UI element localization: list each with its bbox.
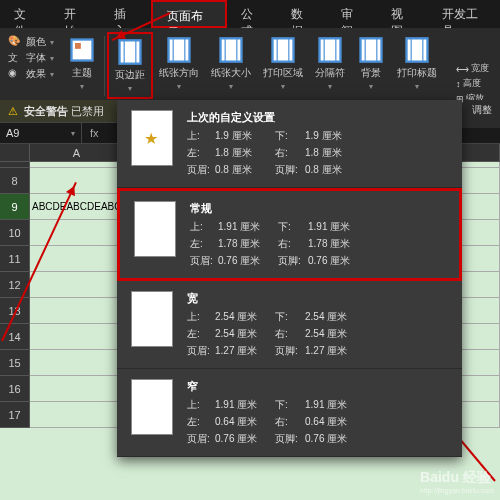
ribbon-body: 🎨颜色▾ 文字体▾ ◉效果▾ 主题▾ 页边距▾纸张方向▾纸张大小▾打印区域▾分隔…: [0, 28, 500, 100]
margin-preview-icon: [131, 110, 173, 166]
security-label: 安全警告: [24, 104, 68, 119]
svg-rect-9: [221, 38, 242, 61]
row-header[interactable]: 15: [0, 350, 30, 376]
tab-视图[interactable]: 视图: [377, 0, 427, 28]
margin-preset[interactable]: 上次的自定义设置上:1.9 厘米下:1.9 厘米左:1.8 厘米右:1.8 厘米…: [117, 100, 462, 188]
margin-preset[interactable]: 窄上:1.91 厘米下:1.91 厘米左:0.64 厘米右:0.64 厘米页眉:…: [117, 369, 462, 457]
font-label[interactable]: 字体: [26, 51, 46, 65]
height-label[interactable]: 高度: [463, 77, 481, 90]
cell[interactable]: [30, 220, 124, 246]
背景-icon: [357, 36, 385, 64]
theme-group: 🎨颜色▾ 文字体▾ ◉效果▾: [0, 32, 62, 84]
背景-button[interactable]: 背景▾: [351, 32, 391, 99]
tab-公式[interactable]: 公式: [227, 0, 277, 28]
cell[interactable]: ABCDEABCDEABCDE: [30, 194, 124, 220]
effect-label[interactable]: 效果: [26, 67, 46, 81]
tab-文件[interactable]: 文件: [0, 0, 50, 28]
column-header[interactable]: A: [30, 144, 124, 162]
theme-button[interactable]: 主题▾: [62, 32, 102, 95]
cell[interactable]: [30, 376, 124, 402]
theme-icon: [68, 36, 96, 64]
打印区域-icon: [269, 36, 297, 64]
打印标题-icon: [403, 36, 431, 64]
row-header[interactable]: 17: [0, 402, 30, 428]
svg-rect-21: [407, 38, 428, 61]
fx-icon[interactable]: fx: [82, 127, 107, 139]
row-header[interactable]: 9: [0, 194, 30, 220]
打印标题-button[interactable]: 打印标题▾: [391, 32, 443, 99]
svg-rect-3: [120, 40, 141, 63]
tab-开发工具[interactable]: 开发工具: [428, 0, 500, 28]
纸张方向-icon: [165, 36, 193, 64]
watermark: Baidu 经验 http://jingyan.baidu.com: [420, 469, 494, 494]
tab-页面布局[interactable]: 页面布局: [151, 0, 227, 28]
cell[interactable]: [30, 350, 124, 376]
security-status: 已禁用: [71, 104, 104, 119]
cell[interactable]: [30, 272, 124, 298]
cell[interactable]: [30, 402, 124, 428]
color-label[interactable]: 颜色: [26, 35, 46, 49]
svg-rect-18: [361, 38, 382, 61]
theme-label: 主题: [72, 66, 92, 80]
margins-dropdown: 上次的自定义设置上:1.9 厘米下:1.9 厘米左:1.8 厘米右:1.8 厘米…: [117, 100, 462, 457]
row-header[interactable]: 11: [0, 246, 30, 272]
cell[interactable]: [30, 298, 124, 324]
margin-preview-icon: [134, 201, 176, 257]
svg-rect-12: [273, 38, 294, 61]
纸张大小-button[interactable]: 纸张大小▾: [205, 32, 257, 99]
cell[interactable]: [30, 324, 124, 350]
svg-rect-15: [320, 38, 341, 61]
svg-rect-2: [75, 43, 81, 49]
warning-icon: ⚠: [8, 105, 18, 118]
页边距-icon: [116, 38, 144, 66]
row-header[interactable]: 12: [0, 272, 30, 298]
打印区域-button[interactable]: 打印区域▾: [257, 32, 309, 99]
row-header[interactable]: 8: [0, 168, 30, 194]
row-header[interactable]: 10: [0, 220, 30, 246]
分隔符-icon: [316, 36, 344, 64]
row-header[interactable]: 16: [0, 376, 30, 402]
effect-icon: ◉: [8, 67, 22, 81]
margin-preset[interactable]: 宽上:2.54 厘米下:2.54 厘米左:2.54 厘米右:2.54 厘米页眉:…: [117, 281, 462, 369]
palette-icon: 🎨: [8, 35, 22, 49]
select-all-corner[interactable]: [0, 144, 30, 162]
纸张大小-icon: [217, 36, 245, 64]
margin-preset[interactable]: 常规上:1.91 厘米下:1.91 厘米左:1.78 厘米右:1.78 厘米页眉…: [117, 188, 462, 281]
分隔符-button[interactable]: 分隔符▾: [309, 32, 351, 99]
name-box[interactable]: A9▾: [0, 123, 82, 143]
font-icon: 文: [8, 51, 22, 65]
ribbon-tabs: 文件开始插入页面布局公式数据审阅视图开发工具: [0, 0, 500, 28]
纸张方向-button[interactable]: 纸张方向▾: [153, 32, 205, 99]
svg-rect-6: [169, 38, 190, 61]
adjust-label: 调整: [464, 100, 500, 120]
margin-preview-icon: [131, 291, 173, 347]
tab-数据[interactable]: 数据: [277, 0, 327, 28]
width-label[interactable]: 宽度: [471, 62, 489, 75]
margin-preview-icon: [131, 379, 173, 435]
tab-审阅[interactable]: 审阅: [327, 0, 377, 28]
tab-开始[interactable]: 开始: [50, 0, 100, 28]
